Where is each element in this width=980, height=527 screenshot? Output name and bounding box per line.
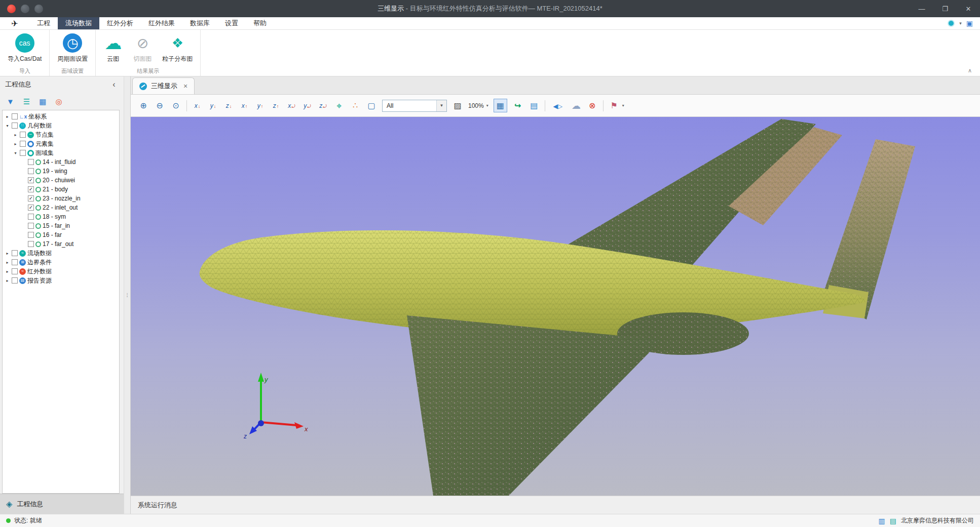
particle-distribution-button[interactable]: 粒子分布图 <box>158 32 197 65</box>
tree-checkbox[interactable] <box>12 123 18 129</box>
cloud-outline-icon[interactable] <box>571 101 582 110</box>
tree-checkbox[interactable] <box>12 259 18 265</box>
share-icon[interactable] <box>512 102 523 110</box>
texture-icon[interactable] <box>452 102 463 110</box>
panel-splitter[interactable]: ⁞ <box>124 76 131 514</box>
app-quick-icon-1[interactable] <box>21 5 29 13</box>
tree-checkbox[interactable] <box>12 250 18 256</box>
periodic-surface-button[interactable]: 周期面设置 <box>53 32 92 65</box>
tree-item-element-set[interactable]: ▸元素集 <box>3 139 119 148</box>
remove-icon[interactable] <box>587 102 598 110</box>
tree-item-surface-18-sym[interactable]: 18 - sym <box>3 212 119 221</box>
tree-checkbox[interactable] <box>28 232 34 238</box>
zoom-out-icon[interactable] <box>154 102 165 110</box>
zoom-in-icon[interactable] <box>138 102 149 110</box>
tree-checkbox[interactable]: ✓ <box>28 195 34 201</box>
probe-icon[interactable] <box>333 101 345 110</box>
theme-dropdown-icon[interactable]: ▾ <box>959 21 962 26</box>
molecule-icon[interactable] <box>350 102 361 110</box>
tree-item-flow-data[interactable]: ▸流场数据 <box>3 249 119 258</box>
list-icon[interactable] <box>23 98 30 105</box>
view-x-down-icon[interactable]: x↓ <box>192 102 203 109</box>
tree-expand-icon[interactable]: ▾ <box>5 124 10 128</box>
tab-help[interactable]: 帮助 <box>246 17 274 29</box>
view-z-down-icon[interactable]: z↓ <box>223 102 234 109</box>
rotate-y-icon[interactable]: y⤾ <box>302 102 313 109</box>
app-quick-icon-2[interactable] <box>34 5 43 13</box>
tree-item-surface-19-wing[interactable]: 19 - wing <box>3 167 119 176</box>
tab-settings[interactable]: 设置 <box>217 17 246 29</box>
tab-flow-data[interactable]: 流场数据 <box>58 17 99 29</box>
tree-checkbox[interactable] <box>20 150 26 156</box>
close-button[interactable]: ✕ <box>957 0 980 17</box>
grid-toggle-icon[interactable] <box>494 99 507 112</box>
tab-project[interactable]: 工程 <box>29 17 58 29</box>
filter-icon[interactable] <box>7 98 14 105</box>
tree-item-surface-14-int-fluid[interactable]: 14 - int_fluid <box>3 157 119 167</box>
status-panel-icon[interactable] <box>890 517 896 524</box>
tree-item-report-resources[interactable]: ▸报告资源 <box>3 276 119 285</box>
tree-checkbox[interactable]: ✓ <box>28 205 34 211</box>
box-select-icon[interactable] <box>366 102 377 110</box>
tab-database[interactable]: 数据库 <box>182 17 217 29</box>
tree-expand-icon[interactable]: ▸ <box>13 142 18 146</box>
tree-item-boundary-conditions[interactable]: ▸边界条件 <box>3 258 119 267</box>
window-layout-icon[interactable]: ▣ <box>966 20 973 27</box>
status-window-icon[interactable] <box>879 517 885 524</box>
tab-ir-analysis[interactable]: 红外分析 <box>99 17 141 29</box>
tree-item-node-set[interactable]: ▸节点集 <box>3 130 119 139</box>
tree-checkbox[interactable]: ✓ <box>28 186 34 192</box>
tree-expand-icon[interactable]: ▸ <box>5 278 10 283</box>
minimize-button[interactable]: — <box>910 0 933 17</box>
view-y-down-icon[interactable]: y↓ <box>208 102 218 109</box>
rotate-z-icon[interactable]: z⤾ <box>318 102 328 109</box>
tab-ir-results[interactable]: 红外结果 <box>141 17 182 29</box>
tree-expand-icon[interactable]: ▸ <box>5 260 10 265</box>
tree-checkbox[interactable] <box>28 241 34 247</box>
tree-checkbox[interactable] <box>28 223 34 229</box>
tree-item-surface-15-far-in[interactable]: 15 - far_in <box>3 221 119 230</box>
tab-close-icon[interactable]: × <box>183 82 187 90</box>
display-filter-select[interactable]: All▼ <box>382 100 447 112</box>
ribbon-collapse-icon[interactable]: ∧ <box>968 67 972 74</box>
tree-item-surface-16-far[interactable]: 16 - far <box>3 230 119 239</box>
theme-circle-icon[interactable] <box>948 20 955 27</box>
tree-expand-icon[interactable]: ▸ <box>13 133 18 137</box>
tree-checkbox[interactable] <box>20 141 26 147</box>
rotate-x-icon[interactable]: x⤾ <box>286 102 297 109</box>
tree-expand-icon[interactable]: ▸ <box>5 269 10 274</box>
import-cas-dat-button[interactable]: cas导入Cas/Dat <box>3 32 46 65</box>
maximize-button[interactable]: ❐ <box>933 0 957 17</box>
zoom-level-dropdown[interactable]: 100%▾ <box>468 102 488 109</box>
tree-item-infrared-data[interactable]: ▸红外数据 <box>3 267 119 276</box>
tree-checkbox[interactable]: ✓ <box>28 177 34 183</box>
target-icon[interactable] <box>56 98 62 105</box>
tree-checkbox[interactable] <box>28 168 34 174</box>
view-y-up-icon[interactable]: y↑ <box>255 102 266 109</box>
tree-checkbox[interactable] <box>28 214 34 220</box>
snapshot-icon[interactable] <box>529 102 540 110</box>
viewport-3d[interactable]: y x z <box>131 117 980 496</box>
view-z-up-icon[interactable]: z↑ <box>271 102 281 109</box>
tree-expand-icon[interactable]: ▸ <box>5 251 10 256</box>
tree-expand-icon[interactable]: ▾ <box>13 151 18 155</box>
tree-item-surface-23-nozzle-in[interactable]: ✓23 - nozzle_in <box>3 194 119 203</box>
panel-collapse-icon[interactable]: ‹ <box>109 80 119 89</box>
tree-item-surface-22-inlet-out[interactable]: ✓22 - inlet_out <box>3 203 119 212</box>
record-button-icon[interactable] <box>7 5 16 13</box>
tree-checkbox[interactable] <box>12 277 18 283</box>
zoom-fit-icon[interactable] <box>170 102 181 110</box>
panel-bottom-tab[interactable]: 工程信息 <box>17 500 43 509</box>
tab-3d-view[interactable]: 三维显示 × <box>132 77 195 94</box>
tree-checkbox[interactable] <box>12 268 18 274</box>
tree-item-face-set[interactable]: ▾面域集 <box>3 148 119 157</box>
tree-item-coordinate-system[interactable]: ▸坐标系 <box>3 112 119 121</box>
tree-checkbox[interactable] <box>12 113 18 119</box>
tree-item-geometry-data[interactable]: ▾几何数据 <box>3 121 119 130</box>
tree-item-surface-21-body[interactable]: ✓21 - body <box>3 185 119 194</box>
grid-icon[interactable] <box>39 98 46 105</box>
tree-checkbox[interactable] <box>20 132 26 138</box>
view-x-up-icon[interactable]: x↑ <box>239 102 250 109</box>
tree-item-surface-20-chuiwei[interactable]: ✓20 - chuiwei <box>3 176 119 185</box>
contour-map-button[interactable]: 云图 <box>99 32 127 65</box>
